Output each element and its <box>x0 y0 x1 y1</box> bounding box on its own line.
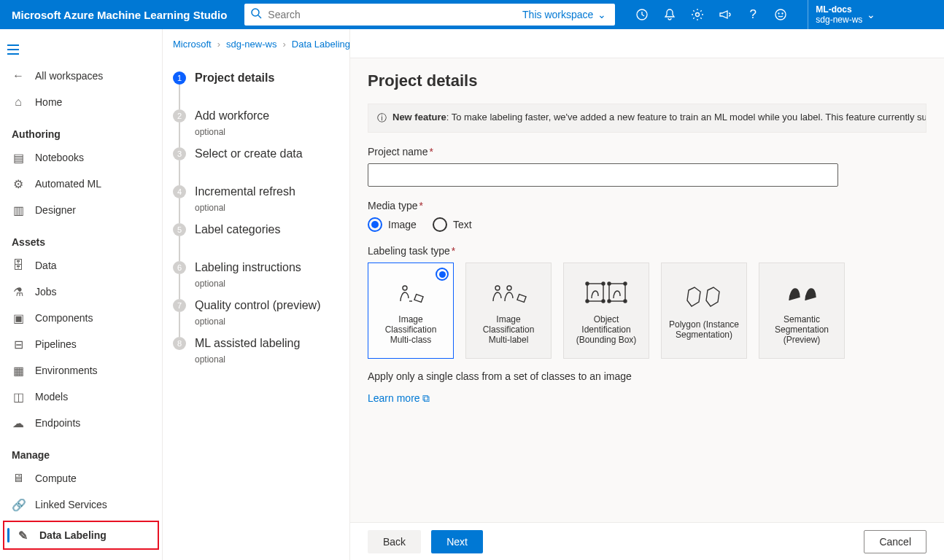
task-type-card[interactable]: ObjectIdentification(Bounding Box) <box>563 262 649 359</box>
wizard-step[interactable]: 1 Project details <box>173 71 339 109</box>
steps-list: 1 Project details 2 Add workforce option… <box>163 58 349 365</box>
sidebar-item-datalabeling[interactable]: ✎Data Labeling <box>4 522 158 548</box>
wizard-step[interactable]: 4 Incremental refresh optional <box>173 185 339 223</box>
search-box[interactable]: This workspace ⌄ <box>244 4 615 26</box>
sidebar-item-designer[interactable]: ▥Designer <box>0 197 162 223</box>
sidebar-item-home[interactable]: ⌂ Home <box>0 89 162 115</box>
search-input[interactable] <box>268 9 514 20</box>
svg-rect-13 <box>609 284 625 301</box>
sidebar-item-notebooks[interactable]: ▤Notebooks <box>0 144 162 171</box>
radio-image[interactable]: Image <box>368 217 417 232</box>
sidebar-item-linked[interactable]: 🔗Linked Services <box>0 491 162 518</box>
wizard-step[interactable]: 5 Label categories <box>173 223 339 261</box>
arrow-left-icon: ← <box>12 69 25 82</box>
svg-point-19 <box>624 282 627 285</box>
task-type-card[interactable]: SemanticSegmentation(Preview) <box>759 262 845 359</box>
sidebar-item-automl[interactable]: ⚙Automated ML <box>0 171 162 197</box>
wizard-step[interactable]: 2 Add workforce optional <box>173 109 339 147</box>
labeling-icon: ✎ <box>16 529 29 542</box>
task-type-description: Apply only a single class from a set of … <box>368 370 926 382</box>
scope-dropdown[interactable]: This workspace ⌄ <box>514 9 615 20</box>
wizard-step[interactable]: 3 Select or create data <box>173 147 339 185</box>
breadcrumb-link[interactable]: sdg-new-ws <box>226 39 276 50</box>
step-bullet: 7 <box>173 299 186 312</box>
step-bullet: 6 <box>173 261 186 274</box>
sidebar-section-authoring: Authoring <box>0 115 162 144</box>
step-bullet: 1 <box>173 71 186 85</box>
sidebar-section-assets: Assets <box>0 223 162 252</box>
svg-rect-11 <box>517 295 526 303</box>
svg-point-6 <box>782 13 783 14</box>
step-bullet: 5 <box>173 223 186 236</box>
learn-more: Learn more ⧉ <box>368 392 926 405</box>
breadcrumb-link[interactable]: Data Labeling <box>292 39 350 50</box>
task-type-card[interactable]: ImageClassificationMulti-label <box>465 262 552 359</box>
step-optional: optional <box>195 127 269 137</box>
designer-icon: ▥ <box>12 203 25 217</box>
step-connector <box>179 85 180 109</box>
megaphone-icon[interactable] <box>711 0 739 29</box>
sidebar-item-data[interactable]: 🗄Data <box>0 252 162 279</box>
help-icon[interactable]: ? <box>739 0 767 29</box>
task-card-label: SemanticSegmentation(Preview) <box>775 314 829 345</box>
svg-line-1 <box>258 15 261 18</box>
svg-point-14 <box>586 282 589 285</box>
task-card-label: ImageClassificationMulti-label <box>483 314 535 345</box>
home-icon: ⌂ <box>12 96 25 109</box>
sidebar-item-pipelines[interactable]: ⊟Pipelines <box>0 331 162 357</box>
required-asterisk: * <box>429 146 433 158</box>
step-optional: optional <box>195 279 301 289</box>
learn-more-link[interactable]: Learn more ⧉ <box>368 392 430 404</box>
info-icon: ⓘ <box>377 112 387 125</box>
sidebar: ← All workspaces ⌂ Home Authoring ▤Noteb… <box>0 29 163 560</box>
svg-point-0 <box>252 9 259 16</box>
radio-icon <box>433 217 447 232</box>
bell-icon[interactable] <box>656 0 684 29</box>
feedback-smile-icon[interactable] <box>767 0 794 29</box>
data-icon: 🗄 <box>12 259 25 272</box>
gear-icon[interactable] <box>684 0 711 29</box>
wizard-step[interactable]: 6 Labeling instructions optional <box>173 261 339 299</box>
sidebar-item-components[interactable]: ▣Components <box>0 305 162 331</box>
next-button[interactable]: Next <box>431 530 483 553</box>
chevron-right-icon: › <box>282 39 285 50</box>
radio-text[interactable]: Text <box>433 217 472 232</box>
flask-icon: ⚗ <box>12 285 25 299</box>
back-button[interactable]: Back <box>368 530 421 553</box>
hamburger-icon[interactable] <box>0 36 26 63</box>
breadcrumb-strip <box>350 29 944 58</box>
step-optional: optional <box>195 316 321 327</box>
cancel-button[interactable]: Cancel <box>864 530 926 553</box>
compute-icon: 🖥 <box>12 472 25 485</box>
sidebar-item-jobs[interactable]: ⚗Jobs <box>0 279 162 305</box>
step-bullet: 8 <box>173 337 186 350</box>
banner-strong: New feature <box>392 112 446 122</box>
info-banner: ⓘ New feature: To make labeling faster, … <box>368 104 926 133</box>
svg-point-3 <box>696 13 700 17</box>
account-menu[interactable]: ML-docs sdg-new-ws ⌄ <box>808 0 883 29</box>
sidebar-item-endpoints[interactable]: ☁Endpoints <box>0 410 162 436</box>
svg-rect-12 <box>587 284 603 301</box>
task-glyph-icon <box>489 278 528 307</box>
sidebar-item-environments[interactable]: ▦Environments <box>0 357 162 384</box>
task-type-card[interactable]: ImageClassificationMulti-class <box>368 262 454 359</box>
step-label: Label categories <box>195 223 280 239</box>
breadcrumb-link[interactable]: Microsoft <box>173 39 212 50</box>
step-label: Add workforce <box>195 109 269 125</box>
project-name-input[interactable] <box>368 163 838 187</box>
svg-rect-8 <box>414 295 423 303</box>
wizard-step[interactable]: 8 ML assisted labeling optional <box>173 337 339 365</box>
task-type-card[interactable]: Polygon (InstanceSegmentation) <box>661 262 747 359</box>
models-icon: ◫ <box>12 390 25 404</box>
wizard-step[interactable]: 7 Quality control (preview) optional <box>173 299 339 337</box>
sidebar-item-compute[interactable]: 🖥Compute <box>0 465 162 491</box>
wizard-steps-column: Microsoft › sdg-new-ws › Data Labeling ›… <box>163 29 350 560</box>
step-label: ML assisted labeling <box>195 337 300 353</box>
task-card-label: Polygon (InstanceSegmentation) <box>669 319 739 340</box>
task-card-label: ImageClassificationMulti-class <box>385 314 437 345</box>
task-glyph-icon <box>684 283 724 312</box>
sidebar-item-models[interactable]: ◫Models <box>0 384 162 410</box>
back-all-workspaces[interactable]: ← All workspaces <box>0 63 162 89</box>
chevron-down-icon: ⌄ <box>867 9 875 20</box>
clock-icon[interactable] <box>628 0 656 29</box>
